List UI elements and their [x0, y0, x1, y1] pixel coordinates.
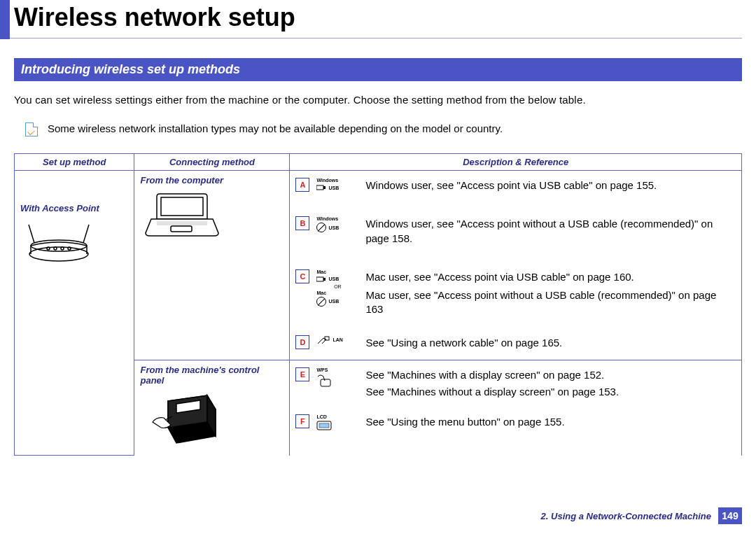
desc-row-d: D LAN See "Using a network cable" on pag… [295, 332, 736, 356]
intro-text: You can set wireless settings either fro… [14, 94, 742, 106]
mini-icons-f: LCD [316, 414, 358, 430]
methods-table: Set up method Connecting method Descript… [14, 153, 742, 456]
usb-plug-icon [316, 184, 326, 191]
wps-press-icon [316, 374, 333, 388]
cell-setup-method: With Access Point [15, 171, 134, 456]
svg-point-7 [68, 247, 71, 250]
cell-desc-panel: E WPS See "Machines with a display scree… [290, 360, 742, 456]
page-title: Wireless network setup [0, 0, 756, 38]
desc-text-c1: Mac user, see "Access point via USB cabl… [365, 270, 736, 284]
desc-row-a: A Windows USB Windows user, see "Access … [295, 175, 736, 213]
usb-plug-icon [316, 276, 326, 283]
badge-a: A [295, 178, 309, 192]
no-usb-icon [316, 223, 326, 232]
no-usb-icon [316, 297, 326, 307]
th-connecting: Connecting method [134, 154, 290, 171]
svg-rect-8 [161, 197, 203, 216]
desc-row-f: F LCD See "Using the menu button" on pag… [295, 412, 736, 433]
desc-text-c: Mac user, see "Access point via USB cabl… [365, 269, 736, 317]
mini-icons-d: LAN [316, 335, 358, 345]
os-label: Windows [316, 216, 338, 221]
badge-c: C [295, 269, 309, 283]
desc-text-e1: See "Machines with a display screen" on … [365, 368, 619, 382]
printer-icon [140, 388, 224, 451]
th-setup: Set up method [15, 154, 134, 171]
router-icon [20, 219, 97, 268]
desc-row-e: E WPS See "Machines with a display scree… [295, 365, 736, 412]
or-label: OR [334, 284, 342, 289]
footer-chapter: 2. Using a Network-Connected Machine [541, 511, 711, 521]
setup-label: With Access Point [20, 203, 128, 213]
svg-point-4 [47, 247, 50, 250]
mini-icons-e: WPS [316, 367, 358, 388]
conn-label-text: USB [328, 185, 339, 190]
desc-row-b: B Windows USB Windows user, see "Access … [295, 213, 736, 267]
svg-rect-21 [319, 423, 329, 428]
page-number: 149 [718, 507, 742, 524]
svg-line-2 [29, 225, 34, 243]
desc-row-c: C Mac USB OR Mac USB [295, 267, 736, 332]
desc-text-c2: Mac user, see "Access point without a US… [365, 288, 736, 317]
desc-text-b: Windows user, see "Access point without … [365, 216, 736, 246]
svg-rect-9 [171, 226, 192, 232]
badge-d: D [295, 335, 309, 349]
desc-text-a: Windows user, see "Access point via USB … [365, 178, 657, 192]
desc-text-e2: See "Machines without a display screen" … [365, 385, 619, 399]
mini-icons-b: Windows USB [316, 216, 358, 232]
from-panel-label: From the machine's control panel [140, 365, 284, 386]
os-label: Windows [316, 178, 338, 183]
svg-line-3 [83, 225, 89, 243]
conn-label-text: WPS [316, 367, 328, 372]
cell-from-computer: From the computer [134, 171, 290, 360]
cell-desc-computer: A Windows USB Windows user, see "Access … [290, 171, 742, 360]
note-row: Some wireless network installation types… [14, 122, 742, 153]
svg-point-5 [54, 247, 57, 250]
section-heading: Introducing wireless set up methods [14, 58, 742, 81]
svg-rect-13 [316, 185, 323, 190]
svg-rect-15 [316, 277, 323, 281]
svg-rect-14 [323, 186, 326, 189]
os-label: Mac [316, 269, 326, 274]
mini-icons-c: Mac USB OR Mac USB [316, 269, 358, 307]
desc-text-d: See "Using a network cable" on page 165. [365, 335, 562, 350]
conn-label-text: USB [328, 299, 339, 304]
conn-label-text: LAN [332, 337, 342, 342]
badge-e: E [295, 367, 309, 381]
lan-plug-icon [316, 335, 330, 345]
desc-text-e: See "Machines with a display screen" on … [365, 367, 619, 400]
cell-from-panel: From the machine's control panel [134, 360, 290, 456]
lcd-icon [316, 421, 332, 430]
badge-b: B [295, 216, 309, 230]
th-description: Description & Reference [290, 154, 742, 171]
svg-rect-19 [321, 379, 330, 386]
svg-point-6 [61, 247, 64, 250]
note-icon [25, 122, 38, 136]
conn-label-text: LCD [316, 414, 326, 419]
mini-icons-a: Windows USB [316, 178, 358, 191]
desc-text-f: See "Using the menu button" on page 155. [365, 414, 564, 429]
from-computer-label: From the computer [140, 175, 284, 185]
laptop-icon [140, 188, 224, 244]
page-footer: 2. Using a Network-Connected Machine 149 [541, 507, 742, 524]
conn-label-text: USB [328, 276, 339, 281]
conn-label-text: USB [328, 225, 339, 230]
note-text: Some wireless network installation types… [48, 122, 503, 134]
os-label: Mac [316, 290, 326, 295]
svg-rect-17 [325, 337, 329, 340]
badge-f: F [295, 414, 309, 428]
svg-rect-16 [323, 278, 326, 281]
title-accent-bar [0, 0, 10, 39]
